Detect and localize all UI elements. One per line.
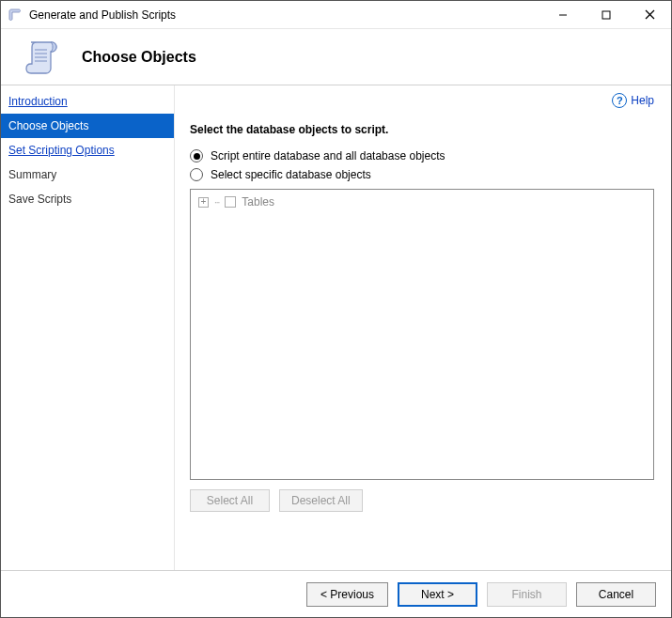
- select-all-button: Select All: [190, 489, 270, 512]
- app-icon: [8, 8, 23, 23]
- tree-node-tables[interactable]: + ··· Tables: [198, 195, 646, 209]
- radio-icon: [190, 168, 203, 181]
- window-title: Generate and Publish Scripts: [29, 8, 176, 22]
- help-icon: ?: [612, 93, 627, 108]
- nav-item-summary[interactable]: Summary: [1, 162, 174, 187]
- selection-buttons: Select All Deselect All: [190, 489, 654, 512]
- scroll-icon: [20, 35, 65, 80]
- close-button[interactable]: [628, 1, 671, 29]
- minimize-button[interactable]: [541, 1, 585, 29]
- page-title: Choose Objects: [82, 49, 196, 66]
- finish-button: Finish: [487, 582, 567, 607]
- wizard-main: ? Help Select the database objects to sc…: [175, 85, 671, 570]
- wizard-header: Choose Objects: [1, 29, 671, 85]
- next-button[interactable]: Next >: [398, 582, 477, 607]
- expand-icon[interactable]: +: [198, 197, 209, 208]
- nav-label: Summary: [8, 168, 56, 181]
- wizard-footer: < Previous Next > Finish Cancel: [1, 570, 671, 617]
- radio-label: Select specific database objects: [211, 168, 371, 181]
- nav-label: Choose Objects: [8, 119, 88, 132]
- nav-label: Set Scripting Options: [8, 144, 115, 157]
- instruction-text: Select the database objects to script.: [190, 123, 654, 136]
- button-label: Deselect All: [291, 494, 351, 507]
- help-link[interactable]: ? Help: [612, 93, 654, 108]
- button-label: < Previous: [320, 588, 374, 601]
- nav-item-choose-objects[interactable]: Choose Objects: [1, 114, 174, 138]
- radio-script-entire[interactable]: Script entire database and all database …: [190, 149, 654, 162]
- help-label: Help: [631, 94, 654, 107]
- radio-label: Script entire database and all database …: [211, 149, 445, 162]
- checkbox[interactable]: [225, 196, 236, 208]
- button-label: Finish: [511, 588, 541, 601]
- nav-item-introduction[interactable]: Introduction: [1, 89, 174, 114]
- nav-label: Save Scripts: [8, 193, 71, 206]
- previous-button[interactable]: < Previous: [306, 582, 388, 607]
- cancel-button[interactable]: Cancel: [576, 582, 656, 607]
- button-label: Select All: [207, 494, 253, 507]
- tree-connector: ···: [214, 197, 219, 208]
- nav-label: Introduction: [8, 95, 68, 108]
- title-bar: Generate and Publish Scripts: [1, 1, 671, 29]
- maximize-button[interactable]: [585, 1, 628, 29]
- nav-item-save-scripts[interactable]: Save Scripts: [1, 187, 174, 211]
- wizard-body: Introduction Choose Objects Set Scriptin…: [1, 85, 671, 570]
- wizard-nav: Introduction Choose Objects Set Scriptin…: [1, 85, 175, 570]
- radio-select-specific[interactable]: Select specific database objects: [190, 168, 654, 181]
- tree-label: Tables: [242, 195, 274, 209]
- svg-rect-1: [602, 11, 610, 19]
- radio-icon: [190, 149, 203, 162]
- deselect-all-button: Deselect All: [279, 489, 363, 512]
- button-label: Cancel: [599, 588, 633, 601]
- nav-item-set-scripting-options[interactable]: Set Scripting Options: [1, 138, 174, 162]
- objects-tree[interactable]: + ··· Tables: [190, 189, 654, 480]
- button-label: Next >: [421, 588, 454, 601]
